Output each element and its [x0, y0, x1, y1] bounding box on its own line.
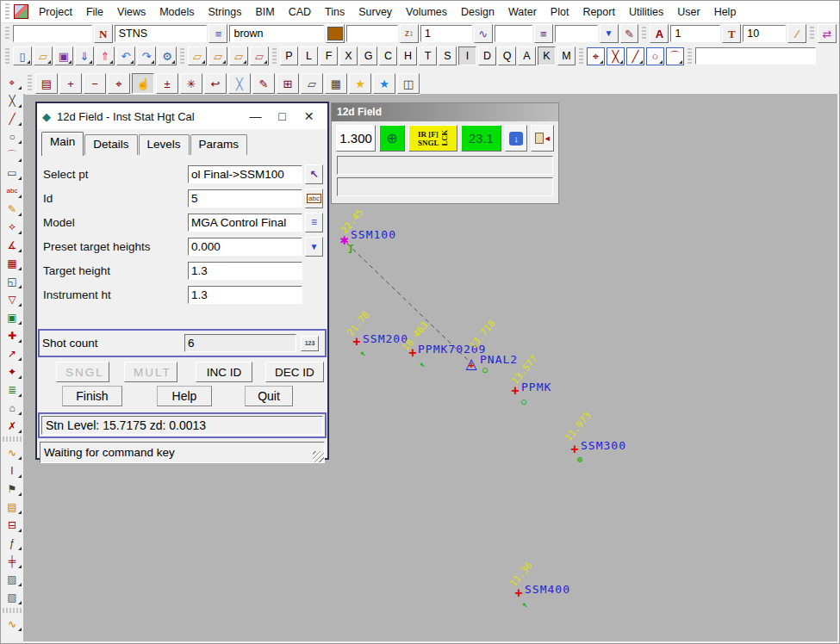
undo-icon[interactable]: ↶ [116, 46, 135, 65]
menu-help[interactable]: Help [707, 6, 744, 18]
move-icon[interactable]: ✚ [2, 327, 22, 344]
letter-button-m[interactable]: M [557, 46, 576, 65]
target-height-input[interactable]: 1.3 [188, 262, 302, 280]
menu-plot[interactable]: Plot [544, 6, 576, 18]
model-layers-button[interactable]: ≡ [208, 24, 227, 43]
toolbar-grip[interactable] [642, 27, 646, 40]
menu-models[interactable]: Models [152, 6, 201, 18]
letter-button-p[interactable]: P [280, 46, 298, 65]
export-icon[interactable]: ⇑ [96, 46, 115, 65]
edit-pencil-icon[interactable]: ✎ [2, 201, 22, 217]
name-box-button[interactable]: N [94, 24, 113, 43]
toolbar-grip[interactable] [810, 27, 814, 40]
shot-count-123-button[interactable]: 123 [301, 336, 319, 351]
text-colour-button[interactable]: T [722, 24, 741, 43]
minimize-button[interactable]: — [242, 106, 269, 127]
toolbar-grip[interactable] [688, 48, 692, 64]
weight-field[interactable]: 1 [420, 25, 472, 42]
save-icon[interactable]: ▣ [54, 46, 73, 65]
menu-water[interactable]: Water [501, 6, 544, 18]
toolbar-grip[interactable] [5, 48, 9, 64]
instrument-ht-input[interactable]: 1.3 [188, 286, 302, 304]
zoom-all-icon[interactable]: ✳ [180, 73, 202, 94]
copy-view-icon[interactable]: ▱ [301, 73, 323, 94]
letter-button-f[interactable]: F [320, 46, 338, 65]
letter-button-g[interactable]: G [359, 46, 377, 65]
inc-id-button[interactable]: INC ID [196, 362, 252, 382]
menu-strings[interactable]: Strings [201, 6, 248, 18]
toolbar-grip[interactable] [180, 48, 184, 64]
zoom-out-icon[interactable]: − [84, 73, 106, 94]
id-input[interactable]: 5 [188, 189, 302, 207]
traverse-icon[interactable]: ✦ [2, 363, 22, 380]
toolbar-grip[interactable] [28, 75, 32, 92]
menu-design[interactable]: Design [454, 6, 501, 18]
symbol-field[interactable] [555, 25, 598, 42]
raster-colours-icon[interactable]: ▧ [2, 589, 22, 605]
image-icon[interactable]: ▣ [2, 309, 22, 325]
create-point-icon[interactable]: ⌖ [2, 74, 22, 90]
toolbar-grip[interactable] [5, 3, 9, 20]
measure-mode-button[interactable]: IR [F] SNGL LCK [408, 125, 457, 152]
symbology-swap-button[interactable]: ⇄ [818, 24, 837, 43]
pick-point-button[interactable]: ↖ [305, 164, 323, 184]
cross-snap-icon[interactable]: ╳ [607, 47, 625, 65]
arc-snap-icon[interactable]: ⌒ [666, 47, 684, 65]
menu-report[interactable]: Report [576, 6, 622, 18]
split-view-icon[interactable]: ◫ [397, 73, 420, 94]
preset-dropdown-button[interactable]: ▼ [305, 237, 323, 257]
menu-tins[interactable]: Tins [318, 6, 352, 18]
railway-icon[interactable]: ╪ [2, 553, 22, 569]
textstyle-field[interactable]: 1 [670, 25, 720, 42]
settings-gear-icon[interactable]: ⚙ [158, 46, 177, 65]
redo-icon[interactable]: ↷ [137, 46, 156, 65]
plot-frames-icon[interactable]: ▤ [35, 73, 58, 94]
zoom-in-icon[interactable]: + [59, 73, 82, 94]
chains-folder-icon[interactable]: ▱ [208, 46, 227, 65]
functions-folder-icon[interactable]: ▱ [229, 46, 248, 65]
download-button[interactable]: ↓ [505, 125, 528, 152]
letter-button-a[interactable]: A [518, 46, 536, 65]
create-text-icon[interactable]: abc [2, 183, 22, 199]
sketch-icon[interactable]: ∿ [2, 616, 22, 632]
create-cross-icon[interactable]: ╳ [2, 92, 22, 108]
text-ruler-button[interactable]: ∕ [787, 24, 806, 43]
zoom-previous-icon[interactable]: ↩ [204, 73, 227, 94]
model-layers-button[interactable]: ≡ [305, 213, 323, 232]
menu-cad[interactable]: CAD [282, 6, 318, 18]
id-name-button[interactable]: abc [305, 189, 323, 208]
shot-count-input[interactable]: 6 [184, 334, 296, 352]
preset-target-heights-input[interactable]: 0.000 [188, 238, 302, 256]
macros-folder-icon[interactable]: ▱ [250, 46, 269, 65]
tab-main[interactable]: Main [41, 132, 84, 156]
delete-icon[interactable]: ✗ [2, 418, 22, 434]
import-icon[interactable]: ⇓ [75, 46, 94, 65]
colour-field[interactable]: brown [229, 25, 324, 42]
model-input[interactable]: MGA Control Final [188, 214, 302, 232]
quit-button[interactable]: Quit [245, 386, 293, 406]
freehand-icon[interactable]: ∿ [2, 444, 22, 461]
help-button[interactable]: Help [157, 386, 212, 406]
menu-survey[interactable]: Survey [352, 6, 399, 18]
zoom-extents-icon[interactable]: ⌖ [108, 73, 130, 94]
toolbar-grip[interactable] [5, 27, 9, 40]
project-tree-folder-icon[interactable]: ▱ [188, 46, 207, 65]
resize-grip[interactable] [313, 451, 324, 462]
tin-field[interactable] [13, 25, 92, 42]
grid-view-icon[interactable]: ▦ [325, 73, 347, 94]
plot-printer-icon[interactable]: ⊞ [277, 73, 299, 94]
pick-style-button[interactable]: ✎ [620, 24, 639, 43]
cad-text-field[interactable] [695, 47, 816, 65]
edit-point-icon[interactable]: ✧ [2, 219, 22, 235]
close-button[interactable]: ✕ [296, 106, 322, 127]
toolbar-grip[interactable] [272, 48, 277, 64]
open-project-icon[interactable]: ▱ [34, 46, 53, 65]
create-rectangle-icon[interactable]: ▭ [2, 164, 22, 181]
menu-file[interactable]: File [79, 6, 110, 18]
notes-edit-icon[interactable]: ▤ [2, 498, 22, 515]
letter-button-q[interactable]: Q [498, 46, 516, 65]
zoom-scale-icon[interactable]: ± [156, 73, 178, 94]
menu-bim[interactable]: BIM [248, 6, 281, 18]
menu-volumes[interactable]: Volumes [399, 6, 454, 18]
exit-panel-button[interactable]: ◂ [531, 125, 554, 152]
